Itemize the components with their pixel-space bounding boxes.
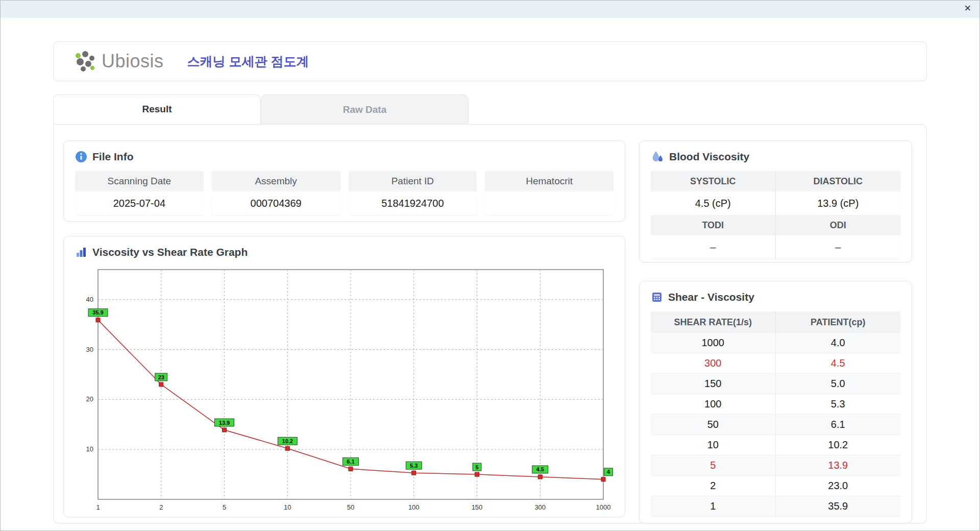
svg-text:4.5: 4.5 (536, 466, 544, 472)
cell-patient: 13.9 (776, 455, 901, 475)
file-info-header: File Info (75, 149, 614, 164)
result-panel: File Info Scanning Date 2025-07-04 Assem… (53, 124, 927, 523)
svg-text:30: 30 (86, 346, 93, 353)
bv-label-todi: TODI (651, 215, 776, 235)
bv-value-diastolic: 13.9 (cP) (776, 191, 901, 215)
tab-bar: Result Raw Data (53, 94, 927, 124)
droplet-icon (651, 150, 664, 163)
cell-shear: 50 (651, 415, 776, 435)
cell-patient: 35.9 (776, 496, 901, 516)
logo-text: Ubiosis (102, 51, 164, 72)
bv-value-systolic: 4.5 (cP) (651, 191, 776, 215)
shear-table-row: 100 5.3 (651, 394, 900, 415)
field-scanning-date: Scanning Date 2025-07-04 (75, 171, 204, 215)
col-patient: PATIENT(cp) (776, 311, 901, 333)
cell-shear: 100 (651, 394, 776, 414)
shear-table-row: 2 23.0 (651, 476, 900, 496)
app-header: Ubiosis 스캐닝 모세관 점도계 (53, 41, 927, 81)
field-value: 2025-07-04 (75, 191, 204, 215)
svg-text:5.3: 5.3 (410, 463, 418, 469)
logo: Ubiosis (73, 51, 164, 72)
svg-text:6.1: 6.1 (347, 458, 354, 465)
shear-table-row: 150 5.0 (651, 374, 900, 394)
field-patient-id: Patient ID 51841924700 (349, 171, 477, 215)
svg-text:10: 10 (86, 445, 93, 453)
bar-chart-icon (75, 246, 87, 258)
cell-patient: 4.5 (776, 353, 901, 373)
field-label: Patient ID (349, 171, 477, 191)
svg-text:40: 40 (86, 296, 93, 303)
graph-card: Viscosity vs Shear Rate Graph 1020304012… (63, 236, 625, 517)
cell-patient: 5.0 (776, 374, 901, 394)
right-column: Blood Viscosity SYSTOLIC DIASTOLIC 4.5 (… (639, 140, 912, 513)
field-value (485, 191, 614, 215)
tab-result[interactable]: Result (53, 94, 261, 124)
bv-label-systolic: SYSTOLIC (651, 171, 776, 191)
field-label: Hematocrit (485, 171, 614, 191)
cell-patient: 5.3 (776, 394, 901, 414)
svg-text:50: 50 (347, 503, 354, 511)
bv-value-odi: – (776, 235, 901, 259)
svg-text:1: 1 (96, 503, 100, 511)
shear-table-row: 1000 4.0 (651, 333, 900, 353)
shear-table-row: 1 35.9 (651, 496, 900, 517)
cell-shear: 150 (651, 374, 776, 394)
svg-text:23: 23 (158, 374, 164, 380)
svg-text:1000: 1000 (596, 503, 611, 511)
cell-patient: 4.0 (776, 333, 901, 353)
blood-viscosity-grid: SYSTOLIC DIASTOLIC 4.5 (cP) 13.9 (cP) TO… (651, 171, 900, 259)
app-window: ✕ Ubiosis 스캐닝 모세관 점도계 Result Ra (0, 0, 980, 531)
shear-table-header: SHEAR RATE(1/s) PATIENT(cp) (651, 311, 900, 333)
bv-label-diastolic: DIASTOLIC (776, 171, 901, 191)
file-info-fields: Scanning Date 2025-07-04 Assembly 000704… (75, 171, 614, 215)
cell-patient: 6.1 (776, 415, 901, 435)
svg-text:10.2: 10.2 (282, 438, 293, 444)
page: Ubiosis 스캐닝 모세관 점도계 Result Raw Data (1, 41, 979, 523)
svg-text:2: 2 (159, 503, 163, 511)
page-title: 스캐닝 모세관 점도계 (187, 53, 309, 70)
file-info-card: File Info Scanning Date 2025-07-04 Assem… (63, 140, 625, 222)
field-value: 51841924700 (349, 191, 477, 215)
svg-text:20: 20 (86, 395, 93, 403)
shear-table-row: 10 10.2 (651, 435, 900, 455)
svg-text:10: 10 (284, 503, 291, 511)
shear-viscosity-title: Shear - Viscosity (668, 291, 754, 303)
cell-patient: 10.2 (776, 435, 901, 455)
blood-viscosity-header: Blood Viscosity (651, 149, 900, 164)
viscosity-chart: 102030401251050100150300100035.92313.910… (75, 267, 614, 518)
cell-shear: 5 (651, 455, 776, 475)
cell-shear: 1000 (651, 333, 776, 353)
graph-title: Viscosity vs Shear Rate Graph (92, 246, 248, 258)
svg-text:150: 150 (472, 503, 483, 511)
shear-viscosity-header: Shear - Viscosity (651, 289, 900, 305)
blood-viscosity-card: Blood Viscosity SYSTOLIC DIASTOLIC 4.5 (… (639, 140, 912, 262)
svg-text:13.9: 13.9 (219, 420, 230, 426)
svg-text:100: 100 (408, 503, 420, 511)
field-value: 000704369 (212, 191, 340, 215)
svg-text:5: 5 (475, 464, 478, 470)
close-icon[interactable]: ✕ (964, 4, 971, 14)
field-label: Scanning Date (75, 171, 204, 191)
left-column: File Info Scanning Date 2025-07-04 Assem… (63, 140, 625, 513)
info-icon (75, 151, 87, 163)
tab-raw-data[interactable]: Raw Data (261, 94, 469, 124)
field-label: Assembly (212, 171, 340, 191)
graph-header: Viscosity vs Shear Rate Graph (75, 245, 614, 260)
ubiosis-logo-icon (73, 51, 96, 72)
bv-label-odi: ODI (776, 215, 901, 235)
cell-shear: 1 (651, 496, 776, 516)
svg-text:5: 5 (223, 503, 226, 511)
svg-text:35.9: 35.9 (92, 309, 103, 316)
blood-viscosity-title: Blood Viscosity (669, 151, 749, 163)
shear-table-row: 300 4.5 (651, 353, 900, 374)
cell-shear: 10 (651, 435, 776, 455)
window-titlebar: ✕ (1, 1, 979, 18)
shear-viscosity-card: Shear - Viscosity SHEAR RATE(1/s) PATIEN… (639, 281, 912, 523)
shear-table-row: 50 6.1 (651, 415, 900, 435)
cell-shear: 300 (651, 353, 776, 373)
field-hematocrit: Hematocrit (485, 171, 614, 215)
shear-viscosity-table: SHEAR RATE(1/s) PATIENT(cp) 1000 4.0 300… (651, 311, 900, 517)
cell-shear: 2 (651, 476, 776, 496)
svg-text:300: 300 (534, 503, 546, 511)
col-shear-rate: SHEAR RATE(1/s) (651, 311, 776, 333)
